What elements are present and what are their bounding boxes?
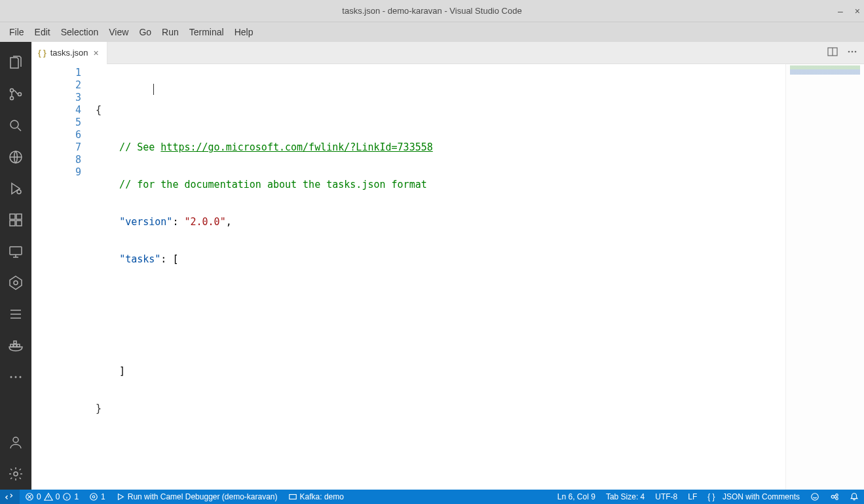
status-debug-config[interactable]: Run with Camel Debugger (demo-karavan): [111, 490, 283, 504]
remote-indicator[interactable]: [0, 490, 20, 504]
error-count: 0: [37, 492, 41, 501]
search-icon[interactable]: [0, 110, 31, 141]
status-problems[interactable]: 0 0 1: [20, 490, 84, 504]
tab-tasks-json[interactable]: { } tasks.json ×: [31, 42, 107, 64]
status-eol[interactable]: LF: [683, 490, 702, 504]
menu-view[interactable]: View: [103, 24, 134, 40]
status-live-share-icon[interactable]: [825, 490, 844, 504]
tabbar: { } tasks.json ×: [31, 42, 864, 64]
svg-point-18: [15, 376, 17, 378]
line-number: 9: [31, 166, 81, 179]
code-text: ]: [96, 365, 125, 377]
settings-gear-icon[interactable]: [0, 458, 31, 490]
line-number: 1: [31, 67, 81, 79]
kubernetes-icon[interactable]: [0, 267, 31, 298]
menu-terminal[interactable]: Terminal: [184, 24, 229, 40]
remote-explorer-icon[interactable]: [0, 236, 31, 267]
editor-actions: [827, 46, 864, 60]
source-control-icon[interactable]: [0, 79, 31, 110]
code-text: "2.0.0": [184, 216, 225, 228]
svg-rect-9: [16, 214, 22, 219]
svg-rect-8: [16, 221, 22, 226]
docker-icon[interactable]: [0, 330, 31, 361]
close-button[interactable]: ×: [855, 6, 860, 16]
json-icon: { }: [707, 492, 715, 501]
minimap-content: [790, 65, 860, 75]
code-text: : [: [160, 253, 178, 265]
status-indent[interactable]: Tab Size: 4: [601, 490, 650, 504]
menubar: File Edit Selection View Go Run Terminal…: [0, 22, 864, 42]
code-text: ,: [226, 216, 232, 228]
svg-point-26: [855, 50, 857, 52]
statusbar: 0 0 1 1 Run with Camel Debugger (demo-ka…: [0, 490, 864, 504]
editor-area: { } tasks.json × 1 2 3 4 5 6 7: [31, 42, 864, 490]
window-title: tasks.json - demo-karavan - Visual Studi…: [342, 6, 521, 16]
code-text: // for the documentation about the tasks…: [96, 179, 427, 190]
svg-point-5: [17, 190, 21, 194]
explorer-icon[interactable]: [0, 47, 31, 79]
current-line-highlight: [94, 129, 700, 141]
line-number: 5: [31, 117, 81, 129]
titlebar: tasks.json - demo-karavan - Visual Studi…: [0, 0, 864, 22]
svg-point-19: [20, 376, 22, 378]
svg-point-30: [92, 495, 95, 498]
minimize-button[interactable]: –: [838, 6, 843, 16]
svg-point-34: [836, 494, 838, 497]
status-kafka[interactable]: Kafka: demo: [283, 490, 349, 504]
menu-file[interactable]: File: [4, 24, 29, 40]
line-number: 2: [31, 79, 81, 92]
code-link[interactable]: https://go.microsoft.com/fwlink/?LinkId=…: [160, 141, 432, 153]
svg-rect-31: [289, 495, 296, 499]
menu-go[interactable]: Go: [134, 24, 157, 40]
status-cursor-pos[interactable]: Ln 6, Col 9: [552, 490, 601, 504]
gutter: 1 2 3 4 5 6 7 8 9: [31, 64, 96, 490]
code-text: // See: [96, 141, 160, 153]
status-feedback-icon[interactable]: [805, 490, 825, 504]
menu-edit[interactable]: Edit: [29, 24, 56, 40]
svg-point-12: [14, 281, 18, 285]
status-language[interactable]: { } JSON with Comments: [702, 490, 805, 504]
svg-rect-16: [14, 341, 16, 344]
status-notifications-icon[interactable]: [844, 490, 864, 504]
svg-point-20: [13, 437, 18, 442]
line-number: 8: [31, 154, 81, 166]
svg-point-21: [14, 472, 18, 476]
minimap[interactable]: [785, 64, 864, 490]
menu-selection[interactable]: Selection: [56, 24, 104, 40]
svg-point-35: [836, 497, 838, 500]
extensions-icon[interactable]: [0, 204, 31, 236]
json-file-icon: { }: [38, 48, 47, 58]
debug-config-label: Run with Camel Debugger (demo-karavan): [128, 492, 278, 501]
code-text: {: [96, 104, 102, 116]
kafka-label: Kafka: demo: [300, 492, 344, 501]
run-debug-icon[interactable]: [0, 173, 31, 204]
menu-run[interactable]: Run: [157, 24, 184, 40]
line-number: 4: [31, 104, 81, 117]
svg-marker-11: [10, 276, 22, 289]
code-content[interactable]: { // See https://go.microsoft.com/fwlink…: [96, 64, 785, 490]
svg-point-17: [10, 376, 12, 378]
svg-point-32: [812, 494, 819, 501]
globe-icon[interactable]: [0, 141, 31, 173]
warning-count: 0: [56, 492, 60, 501]
list-icon[interactable]: [0, 298, 31, 330]
svg-point-29: [90, 494, 98, 501]
menu-help[interactable]: Help: [229, 24, 259, 40]
line-number: 6: [31, 129, 81, 141]
activitybar: [0, 42, 31, 490]
split-editor-icon[interactable]: [827, 46, 838, 60]
svg-rect-10: [10, 247, 22, 255]
svg-point-2: [18, 93, 22, 96]
accounts-icon[interactable]: [0, 427, 31, 458]
editor-body[interactable]: 1 2 3 4 5 6 7 8 9 { // See https://go.mi…: [31, 64, 864, 490]
svg-point-24: [848, 50, 850, 52]
tab-close-icon[interactable]: ×: [92, 48, 100, 58]
text-cursor-icon: [153, 84, 154, 95]
status-ports[interactable]: 1: [84, 490, 111, 504]
more-actions-icon[interactable]: [847, 46, 857, 60]
overflow-icon[interactable]: [0, 361, 31, 393]
tab-filename: tasks.json: [50, 48, 88, 58]
code-text: }: [96, 403, 102, 414]
status-encoding[interactable]: UTF-8: [650, 490, 683, 504]
code-text: :: [172, 216, 184, 228]
